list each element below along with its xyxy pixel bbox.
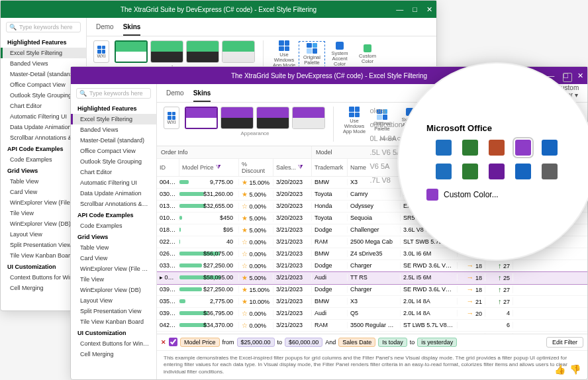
column-header[interactable]: Sales...⧩	[273, 159, 312, 176]
app-mode-button[interactable]: Use Windows App Mode	[342, 107, 367, 134]
sidebar-item[interactable]: WinExplorer View (DB)	[71, 285, 156, 295]
color-swatch[interactable]	[542, 164, 558, 179]
table-row[interactable]: ▸ 03485$58,095.00★ 5.00%3/21/2023AudiTT …	[157, 272, 587, 284]
color-swatch[interactable]	[489, 140, 505, 156]
star-icon: ☆	[242, 238, 248, 246]
table-row[interactable]: 035382,775.00★ 10.00%3/21/2023BMWX32.0L …	[157, 296, 587, 308]
band-order[interactable]: Order Info	[157, 146, 312, 159]
close-button[interactable]: ✕	[426, 5, 432, 14]
sidebar-item[interactable]: Excel Style Filtering	[1, 48, 86, 58]
color-swatch[interactable]	[462, 140, 478, 156]
sidebar-item[interactable]: Layout View	[71, 295, 156, 306]
sidebar-item[interactable]: Code Examples	[71, 220, 156, 231]
titlebar: The XtraGrid Suite by DevExpress (C# cod…	[1, 1, 436, 18]
star-icon: ★	[242, 214, 248, 222]
sidebar-item[interactable]: Chart Editor	[71, 167, 156, 177]
tab-demo[interactable]: Demo	[96, 21, 114, 36]
sidebar-item[interactable]: Tile View	[71, 274, 156, 285]
filter-to-value[interactable]: $60,000.00	[285, 338, 322, 347]
wxi-picker[interactable]: WXI	[93, 40, 109, 63]
skin-swatch[interactable]	[185, 107, 218, 129]
star-icon: ☆	[242, 322, 248, 329]
table-row[interactable]: 03973$36,795.00☆ 0.00%3/21/2023AudiQ52.0…	[157, 308, 587, 320]
filter-close[interactable]: ✕	[161, 339, 166, 346]
column-header[interactable]: ID	[157, 159, 179, 176]
custom-color-button[interactable]: Custom Color	[355, 44, 380, 64]
star-icon: ★	[242, 274, 248, 281]
skin-swatch[interactable]	[256, 107, 289, 129]
filter-from-value[interactable]: $25,000.00	[237, 338, 275, 347]
window-title: The XtraGrid Suite by DevExpress (C# cod…	[231, 72, 427, 79]
search-icon: 🔍	[9, 24, 17, 30]
sidebar-item[interactable]: Scrollbar Annotations & Bookmarks	[71, 199, 156, 209]
sidebar-group: UI Customization	[71, 327, 156, 338]
column-header[interactable]: % Discount	[239, 159, 273, 176]
sidebar-item[interactable]: Cell Merging	[71, 349, 156, 359]
sidebar-group: Highlighted Features	[71, 103, 156, 114]
table-row[interactable]: 03303$27,250.00☆ 0.00%3/21/2023DodgeChar…	[157, 260, 587, 272]
thumbs-down-icon[interactable]: 👎	[569, 363, 581, 375]
sidebar-item[interactable]: Office Compact View	[71, 146, 156, 156]
color-swatch[interactable]	[489, 164, 505, 179]
color-swatch[interactable]	[515, 140, 531, 156]
sidebar-item[interactable]: Context Buttons for WinExplorerView	[71, 338, 156, 349]
original-palette-button[interactable]: Original Palette	[299, 42, 324, 67]
filter-field[interactable]: Model Price	[180, 338, 220, 347]
wxi-picker[interactable]: WXI	[164, 107, 179, 129]
search-input[interactable]: 🔍 Type keywords here	[76, 88, 151, 99]
skin-swatch[interactable]	[220, 107, 254, 129]
sidebar-item[interactable]: Automatic Filtering UI	[71, 177, 156, 188]
color-swatch[interactable]	[462, 164, 478, 179]
skin-swatch[interactable]	[186, 40, 219, 63]
tab-skins[interactable]: Skins	[123, 21, 141, 36]
sidebar-item[interactable]: Data Update Animation	[71, 188, 156, 199]
maximize-button[interactable]: □	[413, 5, 417, 14]
skin-swatch[interactable]	[150, 40, 183, 63]
table-row[interactable]: 04282$34,370.00☆ 0.00%3/21/2023RAM3500 R…	[157, 320, 587, 332]
sidebar-item[interactable]: Master-Detail (standard)	[71, 135, 156, 146]
color-swatch[interactable]	[436, 140, 452, 156]
sidebar-item[interactable]: Outlook Style Grouping	[71, 156, 156, 167]
column-header[interactable]: Model Price⧩	[179, 159, 239, 176]
skin-swatch[interactable]	[222, 40, 255, 63]
app-mode-button[interactable]: Use Windows App Mode	[271, 40, 297, 68]
sidebar-item[interactable]: Tile View Kanban Board	[71, 316, 156, 327]
sidebar-item[interactable]: Split Presentation View	[71, 306, 156, 316]
color-swatch[interactable]	[515, 164, 531, 179]
color-picker-popup: Microsoft Office Custom Color...	[397, 62, 588, 261]
filter-to-label: to	[277, 339, 283, 346]
tab-skins[interactable]: Skins	[193, 87, 211, 102]
filter-field[interactable]: Sales Date	[338, 338, 375, 347]
collapse-icon[interactable]: ▸	[160, 274, 163, 281]
star-icon: ★	[242, 298, 248, 305]
sidebar-item[interactable]: Excel Style Filtering	[71, 114, 156, 124]
color-swatch[interactable]	[436, 164, 452, 179]
search-input[interactable]: 🔍 Type keywords here	[6, 22, 81, 32]
minimize-button[interactable]: —	[396, 5, 403, 14]
sidebar-item[interactable]: Table View	[71, 242, 156, 253]
search-icon: 🔍	[79, 90, 87, 97]
filter-sep: to	[410, 339, 415, 346]
custom-color-option[interactable]: Custom Color...	[426, 189, 499, 201]
filter-op[interactable]: Is today	[378, 338, 407, 347]
filter-enabled-checkbox[interactable]	[169, 338, 177, 346]
wxi-label: WXI	[97, 54, 105, 58]
filter-op[interactable]: is yesterday	[417, 338, 457, 347]
sidebar-item[interactable]: Banded Views	[71, 124, 156, 135]
table-row[interactable]: 03905$27,250.00★ 15.00%3/21/2023DodgeCha…	[157, 284, 587, 296]
sidebar: 🔍 Type keywords here Highlighted Feature…	[71, 84, 157, 379]
skin-swatch[interactable]	[292, 107, 325, 129]
column-header[interactable]: Trademark	[312, 159, 348, 176]
star-icon: ★	[242, 286, 248, 293]
filter-icon[interactable]: ⧩	[216, 164, 221, 171]
skin-swatch[interactable]	[115, 40, 148, 63]
filter-icon[interactable]: ⧩	[298, 164, 303, 171]
color-swatch[interactable]	[542, 140, 558, 156]
edit-filter-button[interactable]: Edit Filter	[546, 337, 583, 348]
search-placeholder: Type keywords here	[19, 24, 73, 30]
sidebar-item[interactable]: Card View	[71, 253, 156, 263]
system-accent-button[interactable]: System Accent Color	[327, 42, 352, 67]
thumbs-up-icon[interactable]: 👍	[554, 363, 565, 375]
tab-demo[interactable]: Demo	[166, 87, 184, 102]
sidebar-item[interactable]: WinExplorer View (File Manager)	[71, 263, 156, 274]
